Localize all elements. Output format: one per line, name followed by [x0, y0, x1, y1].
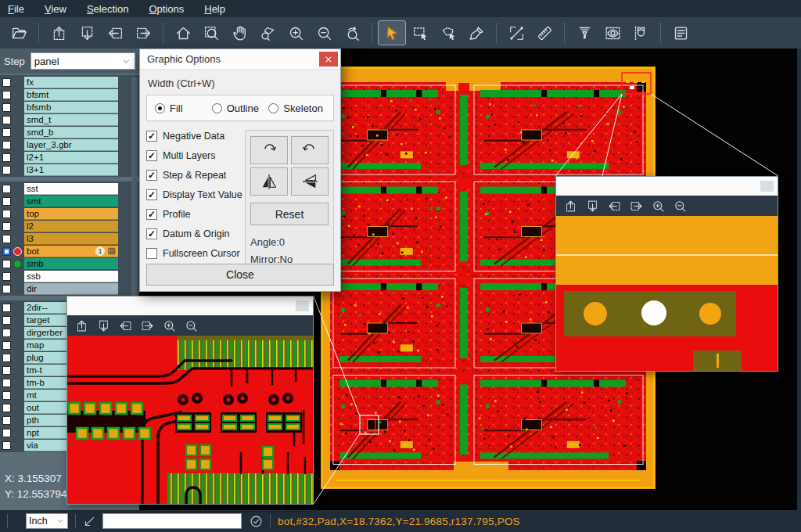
checkbox[interactable]: ✓: [146, 228, 157, 239]
checkbox-row-profile[interactable]: ✓Profile: [146, 208, 243, 221]
pan-up-button[interactable]: [45, 21, 72, 45]
pan-down-button[interactable]: [74, 21, 100, 45]
layer-chip-l2+1[interactable]: l2+1: [24, 152, 118, 164]
reset-button[interactable]: Reset: [250, 203, 329, 225]
checkbox-row-step-repeat[interactable]: ✓Step & Repeat: [146, 169, 243, 182]
pan-left-button[interactable]: [604, 197, 624, 214]
unit-select[interactable]: Inch: [26, 513, 68, 529]
pan-right-button[interactable]: [130, 21, 156, 45]
rotate-ccw-button[interactable]: [291, 136, 329, 164]
pan-left-button[interactable]: [102, 21, 128, 45]
zoom-window-button[interactable]: [198, 21, 224, 45]
layer-checkbox[interactable]: [2, 285, 11, 293]
layer-checkbox[interactable]: [2, 341, 11, 350]
checkbox-row-datum-origin[interactable]: ✓Datum & Origin: [146, 228, 243, 240]
checkbox[interactable]: [146, 248, 157, 259]
open-button[interactable]: [5, 21, 32, 45]
checkbox[interactable]: ✓: [146, 131, 157, 142]
layer-checkbox[interactable]: [2, 441, 11, 450]
layer-checkbox[interactable]: [2, 116, 11, 124]
layer-checkbox[interactable]: [2, 141, 11, 149]
layer-checkbox[interactable]: [2, 260, 11, 268]
poly-select-button[interactable]: [435, 21, 462, 45]
zoom-previous-button[interactable]: [339, 21, 365, 45]
filter-button[interactable]: [571, 21, 598, 45]
menu-file[interactable]: File: [8, 3, 24, 15]
layer-checkbox[interactable]: [2, 91, 11, 99]
checkbox-row-multi-layers[interactable]: ✓Multi Layers: [146, 149, 243, 162]
layer-chip-fx[interactable]: fx: [24, 77, 118, 88]
mirror-horizontal-button[interactable]: [250, 167, 288, 196]
ruler-button[interactable]: [531, 21, 558, 45]
zoom-in-button[interactable]: [159, 317, 179, 334]
checkbox[interactable]: ✓: [146, 209, 157, 220]
layer-chip-ssb[interactable]: ssb: [24, 271, 118, 282]
layer-checkbox[interactable]: [2, 404, 11, 412]
radio-skeleton[interactable]: Skeleton: [268, 102, 325, 114]
magnifier-1-titlebar[interactable]: [67, 297, 313, 315]
layer-checkbox[interactable]: [2, 391, 11, 400]
layer-chip-smd_b[interactable]: smd_b: [24, 127, 118, 138]
zoom-out-button[interactable]: [311, 21, 337, 45]
layer-chip-bfsmt[interactable]: bfsmt: [24, 89, 118, 101]
layer-checkbox[interactable]: [2, 354, 11, 362]
rect-select-button[interactable]: [407, 21, 433, 45]
magnifier-1-window-button[interactable]: [296, 300, 309, 311]
zoom-in-button[interactable]: [282, 21, 309, 45]
zoom-in-button[interactable]: [648, 197, 668, 214]
layer-checkbox[interactable]: [2, 429, 11, 437]
menu-help[interactable]: Help: [204, 3, 225, 15]
magnifier-2-titlebar[interactable]: [556, 177, 778, 196]
pan-down-button[interactable]: [582, 197, 602, 214]
radio-button[interactable]: [268, 103, 278, 113]
layer-chip-bot[interactable]: bot1: [24, 246, 118, 257]
layer-checkbox[interactable]: [2, 166, 11, 174]
layer-checkbox[interactable]: [2, 416, 11, 425]
zoom-object-button[interactable]: [254, 21, 281, 45]
measure-button[interactable]: [503, 21, 530, 45]
checkbox-row-fullscreen-cursor[interactable]: Fullscreen Cursor: [146, 247, 243, 260]
pan-up-button[interactable]: [71, 317, 92, 334]
dialog-close-button[interactable]: [319, 52, 338, 66]
close-button[interactable]: Close: [146, 264, 334, 286]
radio-outline[interactable]: Outline: [212, 102, 269, 114]
magnifier-2-view[interactable]: [556, 216, 778, 371]
radio-button[interactable]: [212, 103, 222, 113]
zoom-out-button[interactable]: [181, 317, 201, 334]
layer-checkbox[interactable]: [2, 304, 11, 312]
layer-chip-bfsmb[interactable]: bfsmb: [24, 102, 118, 113]
layer-checkbox[interactable]: [2, 379, 11, 387]
layer-chip-sst[interactable]: sst: [24, 183, 118, 195]
magnifier-window-2[interactable]: [555, 176, 778, 372]
step-select[interactable]: panel: [31, 52, 135, 70]
checkbox[interactable]: ✓: [146, 170, 157, 181]
layer-chip-smd_t[interactable]: smd_t: [24, 114, 118, 126]
layer-checkbox[interactable]: [2, 210, 11, 218]
menu-options[interactable]: Options: [149, 3, 184, 15]
layer-checkbox[interactable]: [2, 316, 11, 325]
layer-chip-dir[interactable]: dir: [24, 283, 118, 295]
checkbox-row-display-text-value[interactable]: ✓Display Text Value: [146, 189, 243, 201]
rotate-cw-button[interactable]: [250, 136, 288, 164]
pan-hand-button[interactable]: [226, 21, 253, 45]
layer-checkbox[interactable]: [2, 329, 11, 337]
mirror-vertical-button[interactable]: [291, 167, 329, 196]
home-button[interactable]: [170, 21, 196, 45]
magnifier-window-1[interactable]: [66, 296, 314, 505]
canvas-scrollbar[interactable]: [797, 49, 801, 510]
layer-chip-top[interactable]: top: [24, 208, 118, 220]
layer-chip-l3+1[interactable]: l3+1: [24, 164, 118, 176]
checkbox[interactable]: ✓: [146, 189, 157, 200]
radio-button[interactable]: [155, 103, 165, 113]
pan-up-button[interactable]: [560, 197, 580, 214]
layer-checkbox[interactable]: [2, 153, 11, 162]
checkbox[interactable]: ✓: [146, 150, 157, 161]
checkbox-row-negative-data[interactable]: ✓Negative Data: [146, 130, 243, 142]
layer-chip-l2[interactable]: l2: [24, 221, 118, 232]
magnifier-2-window-button[interactable]: [760, 181, 774, 192]
layer-checkbox[interactable]: [2, 128, 11, 137]
layer-checkbox[interactable]: [2, 103, 11, 112]
layer-checkbox[interactable]: [2, 222, 11, 231]
dialog-titlebar[interactable]: Graphic Options: [140, 49, 340, 70]
check-circle-icon[interactable]: [250, 515, 263, 528]
